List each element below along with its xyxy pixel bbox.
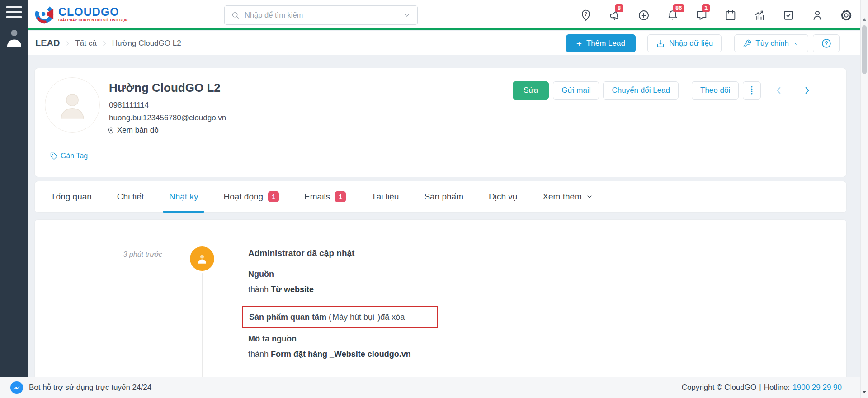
follow-button[interactable]: Theo dõi bbox=[692, 81, 739, 100]
activity-log-panel: 3 phút trước Administrator đã cập nhật N… bbox=[34, 219, 847, 377]
tab-dich-vu[interactable]: Dịch vụ bbox=[489, 181, 517, 212]
convert-lead-button[interactable]: Chuyển đổi Lead bbox=[603, 81, 679, 100]
sidebar-user-icon[interactable] bbox=[6, 28, 23, 47]
help-button[interactable]: ? bbox=[813, 34, 840, 52]
tab-hoat-dong-badge: 1 bbox=[268, 191, 279, 202]
tab-san-pham[interactable]: Sản phẩm bbox=[424, 181, 463, 212]
search-input[interactable] bbox=[245, 11, 403, 19]
previous-record-button[interactable] bbox=[769, 81, 789, 100]
chat-badge: 1 bbox=[702, 4, 710, 12]
changed-field-label: Nguồn bbox=[248, 270, 274, 279]
breadcrumb-current: Hường CloudGO L2 bbox=[112, 39, 181, 48]
plus-icon: + bbox=[576, 39, 582, 48]
tasks-icon[interactable] bbox=[782, 9, 795, 22]
map-pin-icon bbox=[107, 127, 115, 134]
footer-bar: Bot hỗ trợ sử dụng trực tuyến 24/24 Copy… bbox=[0, 377, 868, 398]
lead-summary-card: Hường CloudGO L2 0981111114 huong.bui123… bbox=[34, 68, 847, 177]
toolbar: + Thêm Lead Nhập dữ liệu Tùy chỉnh ? bbox=[566, 34, 840, 52]
brand-tagline: GIẢI PHÁP CHUYỂN ĐỔI SỐ TINH GỌN bbox=[58, 18, 128, 22]
megaphone-badge: 8 bbox=[615, 4, 623, 12]
timeline-entry-title: Administrator đã cập nhật bbox=[248, 248, 354, 258]
hamburger-menu-icon[interactable] bbox=[6, 6, 22, 21]
lead-action-buttons: Sửa Gửi mail Chuyển đổi Lead Theo dõi bbox=[513, 81, 817, 100]
chevron-right-icon bbox=[101, 40, 108, 47]
help-icon: ? bbox=[821, 38, 832, 49]
vertical-scrollbar[interactable] bbox=[860, 0, 868, 398]
global-search[interactable] bbox=[224, 5, 418, 25]
scroll-down-arrow-icon[interactable] bbox=[863, 391, 866, 393]
tab-tai-lieu[interactable]: Tài liệu bbox=[371, 181, 399, 212]
tab-chi-tiet[interactable]: Chi tiết bbox=[117, 181, 144, 212]
chevron-down-icon bbox=[793, 40, 800, 47]
cloudgo-logo-icon bbox=[34, 4, 55, 24]
footer-copyright: Copyright © CloudGO | Hotline: 1900 29 2… bbox=[682, 383, 868, 392]
tab-emails[interactable]: Emails1 bbox=[304, 181, 346, 212]
search-icon bbox=[231, 11, 240, 19]
quick-add-icon[interactable] bbox=[637, 9, 650, 22]
user-profile-icon[interactable] bbox=[811, 9, 824, 22]
timeline-connector bbox=[202, 273, 203, 377]
next-record-button[interactable] bbox=[797, 81, 817, 100]
calendar-icon[interactable] bbox=[724, 9, 737, 22]
top-header: CLOUDGO GIẢI PHÁP CHUYỂN ĐỔI SỐ TINH GỌN… bbox=[28, 0, 861, 30]
breadcrumb-module[interactable]: LEAD bbox=[35, 38, 60, 48]
breadcrumb-all[interactable]: Tất cả bbox=[75, 39, 96, 48]
tab-tong-quan[interactable]: Tổng quan bbox=[51, 181, 92, 212]
support-bot-link[interactable]: Bot hỗ trợ sử dụng trực tuyến 24/24 bbox=[0, 381, 151, 394]
megaphone-icon[interactable]: 8 bbox=[609, 9, 621, 22]
changed-field-value: thành Form đặt hàng _Website cloudgo.vn bbox=[248, 350, 411, 359]
import-data-button[interactable]: Nhập dữ liệu bbox=[647, 34, 722, 52]
view-map-link[interactable]: Xem bản đồ bbox=[107, 126, 159, 135]
cloudgo-logo[interactable]: CLOUDGO GIẢI PHÁP CHUYỂN ĐỔI SỐ TINH GỌN bbox=[34, 4, 128, 24]
deleted-product-name: Máy hút bụi bbox=[332, 313, 374, 322]
deleted-product-highlight: Sản phẩm quan tâm (Máy hút bụi ) đã xóa bbox=[242, 306, 438, 328]
chevron-right-icon bbox=[802, 85, 812, 96]
scroll-up-arrow-icon[interactable] bbox=[863, 18, 866, 21]
download-icon bbox=[656, 39, 665, 48]
svg-text:?: ? bbox=[825, 40, 828, 47]
notifications-bell-icon[interactable]: 86 bbox=[666, 9, 679, 22]
timeline-user-avatar bbox=[190, 246, 214, 271]
changed-field-label: Mô tả nguồn bbox=[248, 334, 297, 344]
more-actions-kebab-icon[interactable] bbox=[743, 81, 761, 100]
svg-text:?: ? bbox=[585, 11, 588, 17]
breadcrumb: LEAD Tất cả Hường CloudGO L2 bbox=[35, 31, 181, 55]
send-mail-button[interactable]: Gửi mail bbox=[553, 81, 599, 100]
brand-name: CLOUDGO bbox=[58, 6, 128, 18]
left-sidebar bbox=[0, 0, 28, 377]
analytics-icon[interactable] bbox=[753, 9, 766, 22]
chat-icon[interactable]: 1 bbox=[695, 9, 708, 22]
tab-hoat-dong[interactable]: Hoạt động1 bbox=[223, 181, 279, 212]
lead-phone: 0981111114 bbox=[109, 101, 149, 110]
notifications-badge: 86 bbox=[673, 4, 684, 12]
lead-avatar[interactable] bbox=[45, 77, 100, 133]
search-dropdown-chevron-icon[interactable] bbox=[403, 11, 411, 19]
tab-xem-them[interactable]: Xem thêm bbox=[542, 181, 593, 212]
tab-nhat-ky[interactable]: Nhật ký bbox=[169, 181, 198, 212]
lead-email: huong.bui123456780@cloudgo.vn bbox=[109, 114, 226, 123]
breadcrumb-bar: LEAD Tất cả Hường CloudGO L2 + Thêm Lead… bbox=[28, 31, 861, 55]
changed-field-value: thành Từ website bbox=[248, 285, 314, 294]
messenger-icon bbox=[10, 381, 24, 394]
tab-emails-badge: 1 bbox=[335, 191, 346, 202]
chevron-left-icon bbox=[774, 85, 784, 96]
assign-tag-link[interactable]: Gán Tag bbox=[50, 152, 88, 160]
timeline-timestamp: 3 phút trước bbox=[103, 251, 162, 259]
edit-button[interactable]: Sửa bbox=[513, 81, 549, 100]
location-help-icon[interactable]: ? bbox=[580, 9, 592, 22]
header-icon-row: ? 8 86 1 bbox=[580, 9, 853, 22]
lead-name: Hường CloudGO L2 bbox=[109, 81, 221, 95]
lead-detail-tabs: Tổng quan Chi tiết Nhật ký Hoạt động1 Em… bbox=[34, 181, 847, 213]
chevron-down-icon bbox=[586, 193, 593, 200]
hotline-number-link[interactable]: 1900 29 29 90 bbox=[793, 383, 842, 392]
chevron-right-icon bbox=[64, 40, 71, 47]
tag-icon bbox=[50, 152, 58, 160]
settings-gear-icon[interactable] bbox=[840, 9, 853, 22]
scrollbar-thumb[interactable] bbox=[862, 25, 867, 74]
add-lead-button[interactable]: + Thêm Lead bbox=[566, 34, 636, 52]
customize-button[interactable]: Tùy chỉnh bbox=[734, 34, 808, 52]
wrench-icon bbox=[743, 39, 751, 48]
